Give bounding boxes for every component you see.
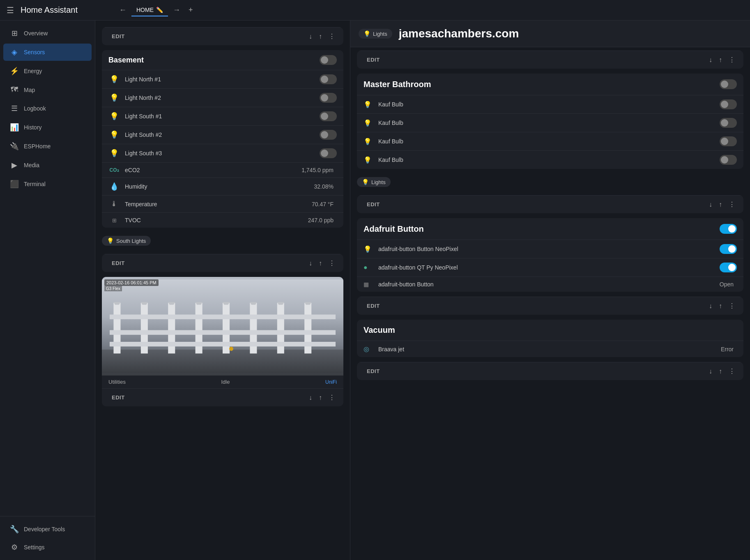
light-north-2-toggle[interactable] [320, 93, 337, 103]
adafruit-edit-button[interactable]: EDIT [363, 301, 383, 311]
sidebar-item-developer-tools[interactable]: 🔧 Developer Tools [3, 521, 92, 538]
tab-edit-icon[interactable]: ✏️ [156, 7, 163, 13]
qt-neopixel-toggle[interactable] [720, 263, 737, 272]
kauf-bulb-3-name: Kauf Bulb [378, 138, 720, 145]
south-lights-badge[interactable]: 💡 South Lights [102, 236, 151, 246]
home-tab[interactable]: HOME ✏️ [131, 4, 168, 16]
adafruit-button-card: Adafruit Button 💡 adafruit-button Button… [357, 218, 743, 292]
kauf-bulb-3-toggle[interactable] [720, 136, 737, 146]
svg-rect-12 [110, 342, 336, 346]
second-down-button[interactable]: ↓ [707, 199, 714, 210]
second-toolbar-card: EDIT ↓ ↑ ⋮ [357, 195, 743, 213]
nav-back-button[interactable]: ← [116, 4, 130, 16]
add-tab-button[interactable]: + [185, 4, 196, 16]
temperature-name: Temperature [125, 201, 312, 207]
kauf-bulb-3-row: 💡 Kauf Bulb [357, 132, 743, 150]
right-top-toolbar: EDIT ↓ ↑ ⋮ [357, 51, 743, 69]
south-lights-edit-button[interactable]: EDIT [108, 258, 128, 268]
top-down-button[interactable]: ↓ [307, 31, 314, 42]
neopixel-icon: 💡 [363, 245, 375, 253]
adafruit-toolbar-card: EDIT ↓ ↑ ⋮ [357, 297, 743, 315]
qt-neopixel-row: ● adafruit-button QT Py NeoPixel [357, 258, 743, 277]
vacuum-up-button[interactable]: ↑ [717, 366, 724, 377]
camera-up-button[interactable]: ↑ [317, 392, 324, 403]
lights-badge-top[interactable]: 💡 Lights [359, 29, 392, 39]
camera-card: 2023-02-16 06:01:45 PM G3 Flex Utilities… [102, 277, 343, 406]
humidity-icon: 💧 [108, 182, 120, 191]
sidebar-item-esphome[interactable]: 🔌 ESPHome [3, 138, 92, 155]
developer-tools-icon: 🔧 [10, 525, 19, 534]
adafruit-more-button[interactable]: ⋮ [727, 300, 737, 311]
top-toolbar-card: EDIT ↓ ↑ ⋮ [102, 27, 343, 45]
sidebar-item-map[interactable]: 🗺 Map [3, 81, 92, 98]
light-south-3-toggle[interactable] [320, 148, 337, 158]
sidebar-item-logbook[interactable]: ☰ Logbook [3, 100, 92, 117]
sidebar-label-settings: Settings [24, 544, 45, 551]
tvoc-value: 247.0 ppb [308, 217, 334, 224]
second-edit-button[interactable]: EDIT [363, 200, 383, 209]
tab-label: HOME [136, 7, 154, 13]
lights-badge-second[interactable]: 💡 Lights [357, 177, 391, 187]
neopixel-name: adafruit-button Button NeoPixel [378, 246, 720, 252]
kauf-bulb-2-toggle[interactable] [720, 118, 737, 128]
left-panel: EDIT ↓ ↑ ⋮ Basement 💡 Light North #1 [95, 21, 350, 560]
neopixel-toggle[interactable] [720, 244, 737, 254]
south-lights-down-button[interactable]: ↓ [307, 258, 314, 269]
light-south-2-icon: 💡 [108, 130, 120, 139]
light-south-2-name: Light South #2 [125, 131, 320, 138]
adafruit-button-master-toggle[interactable] [720, 224, 737, 234]
south-lights-more-button[interactable]: ⋮ [327, 258, 337, 269]
top-edit-button[interactable]: EDIT [108, 32, 128, 41]
light-north-1-name: Light North #1 [125, 76, 320, 83]
sidebar-label-energy: Energy [24, 68, 42, 74]
kauf-bulb-3-icon: 💡 [363, 138, 375, 145]
history-icon: 📊 [10, 123, 19, 132]
second-up-button[interactable]: ↑ [717, 199, 724, 210]
sidebar-item-settings[interactable]: ⚙ Settings [3, 539, 92, 556]
sidebar-item-energy[interactable]: ⚡ Energy [3, 62, 92, 80]
top-more-button[interactable]: ⋮ [327, 31, 337, 42]
vacuum-toolbar: EDIT ↓ ↑ ⋮ [357, 362, 743, 380]
camera-down-button[interactable]: ↓ [307, 392, 314, 403]
vacuum-title: Vacuum [363, 325, 395, 335]
sidebar-item-terminal[interactable]: ⬛ Terminal [3, 175, 92, 193]
top-up-button[interactable]: ↑ [317, 31, 324, 42]
second-more-button[interactable]: ⋮ [727, 199, 737, 210]
camera-edit-button[interactable]: EDIT [108, 393, 128, 402]
light-north-1-toggle[interactable] [320, 74, 337, 84]
adafruit-down-button[interactable]: ↓ [707, 301, 714, 311]
master-bathroom-toggle[interactable] [720, 79, 737, 89]
kauf-bulb-1-toggle[interactable] [720, 99, 737, 109]
basement-master-toggle[interactable] [320, 55, 337, 65]
adafruit-up-button[interactable]: ↑ [717, 301, 724, 311]
adafruit-button-sensor-name: adafruit-button Button [378, 281, 720, 288]
vacuum-edit-button[interactable]: EDIT [363, 366, 383, 376]
vacuum-down-button[interactable]: ↓ [707, 366, 714, 377]
kauf-bulb-1-icon: 💡 [363, 101, 375, 108]
light-north-2-icon: 💡 [108, 93, 120, 102]
light-south-1-toggle[interactable] [320, 111, 337, 121]
sidebar-item-overview[interactable]: ⊞ Overview [3, 25, 92, 42]
nav-forward-button[interactable]: → [170, 4, 184, 16]
sidebar-item-media[interactable]: ▶ Media [3, 157, 92, 174]
media-icon: ▶ [10, 161, 19, 170]
vacuum-more-button[interactable]: ⋮ [727, 366, 737, 377]
kauf-bulb-4-name: Kauf Bulb [378, 157, 720, 163]
sidebar-item-sensors[interactable]: ◈ Sensors [3, 44, 92, 61]
adafruit-toolbar: EDIT ↓ ↑ ⋮ [357, 297, 743, 315]
light-south-2-toggle[interactable] [320, 130, 337, 140]
kauf-bulb-4-toggle[interactable] [720, 155, 737, 165]
temperature-icon: 🌡 [108, 200, 120, 208]
right-top-up-button[interactable]: ↑ [717, 55, 724, 65]
terminal-icon: ⬛ [10, 180, 19, 189]
right-top-more-button[interactable]: ⋮ [727, 54, 737, 65]
camera-more-button[interactable]: ⋮ [327, 392, 337, 403]
tvoc-name: TVOC [125, 217, 308, 224]
south-lights-up-button[interactable]: ↑ [317, 258, 324, 269]
right-top-edit-button[interactable]: EDIT [363, 55, 383, 65]
vacuum-card: Vacuum ◎ Braava jet Error [357, 320, 743, 357]
camera-dot [229, 347, 233, 351]
right-top-down-button[interactable]: ↓ [707, 55, 714, 65]
menu-icon[interactable]: ☰ [7, 5, 14, 15]
sidebar-item-history[interactable]: 📊 History [3, 119, 92, 136]
